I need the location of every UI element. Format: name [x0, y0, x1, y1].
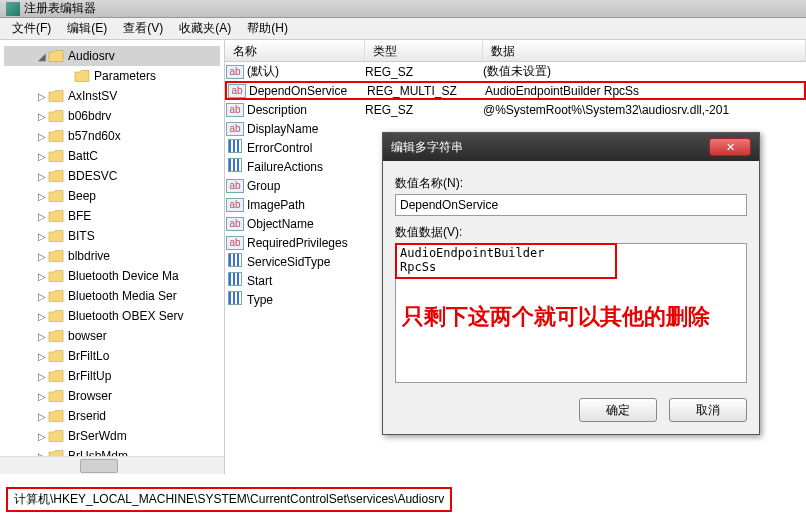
- tree-node-brserwdm[interactable]: ▷BrSerWdm: [4, 426, 220, 446]
- values-header[interactable]: 名称 类型 数据: [225, 40, 806, 62]
- tree-item-label: b06bdrv: [68, 109, 111, 123]
- tree-expander-icon[interactable]: ▷: [36, 91, 48, 102]
- folder-icon: [48, 369, 64, 383]
- value-row[interactable]: ab(默认)REG_SZ(数值未设置): [225, 62, 806, 81]
- binary-value-icon: [228, 272, 242, 286]
- menubar: 文件(F) 编辑(E) 查看(V) 收藏夹(A) 帮助(H): [0, 18, 806, 40]
- value-name: Group: [245, 179, 365, 193]
- tree-expander-icon[interactable]: ▷: [36, 211, 48, 222]
- tree-expander-icon[interactable]: ▷: [36, 351, 48, 362]
- folder-icon: [48, 169, 64, 183]
- tree-expander-icon[interactable]: ▷: [36, 411, 48, 422]
- tree-item-label: BFE: [68, 209, 91, 223]
- tree-expander-icon[interactable]: ▷: [36, 131, 48, 142]
- tree-node-b06bdrv[interactable]: ▷b06bdrv: [4, 106, 220, 126]
- menu-help[interactable]: 帮助(H): [239, 20, 296, 37]
- tree-node-brserid[interactable]: ▷Brserid: [4, 406, 220, 426]
- tree-node-axinstsv[interactable]: ▷AxInstSV: [4, 86, 220, 106]
- folder-icon: [48, 409, 64, 423]
- tree-pane[interactable]: ◢AudiosrvParameters▷AxInstSV▷b06bdrv▷b57…: [0, 40, 225, 474]
- tree-node-b57nd60x[interactable]: ▷b57nd60x: [4, 126, 220, 146]
- tree-node-browser[interactable]: ▷Browser: [4, 386, 220, 406]
- statusbar: 计算机\HKEY_LOCAL_MACHINE\SYSTEM\CurrentCon…: [0, 485, 806, 513]
- dialog-close-button[interactable]: ✕: [709, 138, 751, 156]
- value-name-input[interactable]: [395, 194, 747, 216]
- tree-expander-icon[interactable]: ▷: [36, 231, 48, 242]
- tree-expander-icon[interactable]: ▷: [36, 311, 48, 322]
- tree-expander-icon[interactable]: ▷: [36, 111, 48, 122]
- string-value-icon: ab: [226, 236, 243, 250]
- value-name: ObjectName: [245, 217, 365, 231]
- tree-node-bluetooth-obex-serv[interactable]: ▷Bluetooth OBEX Serv: [4, 306, 220, 326]
- tree-expander-icon[interactable]: ▷: [36, 331, 48, 342]
- binary-value-icon: [228, 291, 242, 305]
- window-title: 注册表编辑器: [24, 0, 96, 17]
- tree-node-beep[interactable]: ▷Beep: [4, 186, 220, 206]
- tree-node-bluetooth-device-ma[interactable]: ▷Bluetooth Device Ma: [4, 266, 220, 286]
- dialog-titlebar[interactable]: 编辑多字符串 ✕: [383, 133, 759, 161]
- value-row[interactable]: abDescriptionREG_SZ@%SystemRoot%\System3…: [225, 100, 806, 119]
- tree-expander-icon[interactable]: ▷: [36, 251, 48, 262]
- folder-icon: [48, 349, 64, 363]
- folder-icon: [48, 329, 64, 343]
- column-type[interactable]: 类型: [365, 40, 483, 61]
- tree-node-bits[interactable]: ▷BITS: [4, 226, 220, 246]
- tree-node-parameters[interactable]: Parameters: [4, 66, 220, 86]
- tree-node-audiosrv[interactable]: ◢Audiosrv: [4, 46, 220, 66]
- value-data: AudioEndpointBuilder RpcSs: [485, 84, 804, 98]
- folder-icon: [48, 149, 64, 163]
- folder-icon: [48, 129, 64, 143]
- tree-expander-icon[interactable]: ▷: [36, 191, 48, 202]
- tree-expander-icon[interactable]: ▷: [36, 271, 48, 282]
- column-name[interactable]: 名称: [225, 40, 365, 61]
- value-type: REG_MULTI_SZ: [367, 84, 485, 98]
- string-value-icon: ab: [226, 179, 243, 193]
- value-name: FailureActions: [245, 160, 365, 174]
- tree-node-battc[interactable]: ▷BattC: [4, 146, 220, 166]
- tree-node-bluetooth-media-ser[interactable]: ▷Bluetooth Media Ser: [4, 286, 220, 306]
- folder-icon: [48, 249, 64, 263]
- tree-item-label: AxInstSV: [68, 89, 117, 103]
- folder-icon: [48, 429, 64, 443]
- tree-expander-icon[interactable]: ▷: [36, 291, 48, 302]
- value-name: ServiceSidType: [245, 255, 365, 269]
- tree-expander-icon[interactable]: ▷: [36, 371, 48, 382]
- value-row[interactable]: abDependOnServiceREG_MULTI_SZAudioEndpoi…: [225, 81, 806, 100]
- tree-expander-icon[interactable]: ▷: [36, 171, 48, 182]
- column-data[interactable]: 数据: [483, 40, 806, 61]
- ok-button[interactable]: 确定: [579, 398, 657, 422]
- menu-file[interactable]: 文件(F): [4, 20, 59, 37]
- tree-expander-icon[interactable]: ▷: [36, 391, 48, 402]
- binary-value-icon: [228, 139, 242, 153]
- tree-node-blbdrive[interactable]: ▷blbdrive: [4, 246, 220, 266]
- tree-expander-icon[interactable]: ◢: [36, 51, 48, 62]
- folder-icon: [48, 209, 64, 223]
- string-value-icon: ab: [226, 65, 243, 79]
- tree-node-bdesvc[interactable]: ▷BDESVC: [4, 166, 220, 186]
- menu-view[interactable]: 查看(V): [115, 20, 171, 37]
- menu-favorites[interactable]: 收藏夹(A): [171, 20, 239, 37]
- string-value-icon: ab: [228, 84, 245, 98]
- tree-node-brfiltlo[interactable]: ▷BrFiltLo: [4, 346, 220, 366]
- menu-edit[interactable]: 编辑(E): [59, 20, 115, 37]
- tree-node-brfiltup[interactable]: ▷BrFiltUp: [4, 366, 220, 386]
- app-icon: [6, 2, 20, 16]
- tree-horizontal-scrollbar[interactable]: [0, 456, 224, 474]
- value-name: RequiredPrivileges: [245, 236, 365, 250]
- tree-item-label: Beep: [68, 189, 96, 203]
- value-name: ImagePath: [245, 198, 365, 212]
- cancel-button[interactable]: 取消: [669, 398, 747, 422]
- instruction-annotation: 只剩下这两个就可以其他的删除: [402, 302, 710, 332]
- folder-icon: [48, 89, 64, 103]
- tree-expander-icon[interactable]: ▷: [36, 151, 48, 162]
- window-titlebar: 注册表编辑器: [0, 0, 806, 18]
- statusbar-path: 计算机\HKEY_LOCAL_MACHINE\SYSTEM\CurrentCon…: [6, 487, 452, 512]
- tree-node-bowser[interactable]: ▷bowser: [4, 326, 220, 346]
- tree-node-bfe[interactable]: ▷BFE: [4, 206, 220, 226]
- value-data: (数值未设置): [483, 63, 806, 80]
- tree-expander-icon[interactable]: ▷: [36, 431, 48, 442]
- folder-icon: [48, 269, 64, 283]
- tree-item-label: blbdrive: [68, 249, 110, 263]
- tree-item-label: BDESVC: [68, 169, 117, 183]
- value-data: @%SystemRoot%\System32\audiosrv.dll,-201: [483, 103, 806, 117]
